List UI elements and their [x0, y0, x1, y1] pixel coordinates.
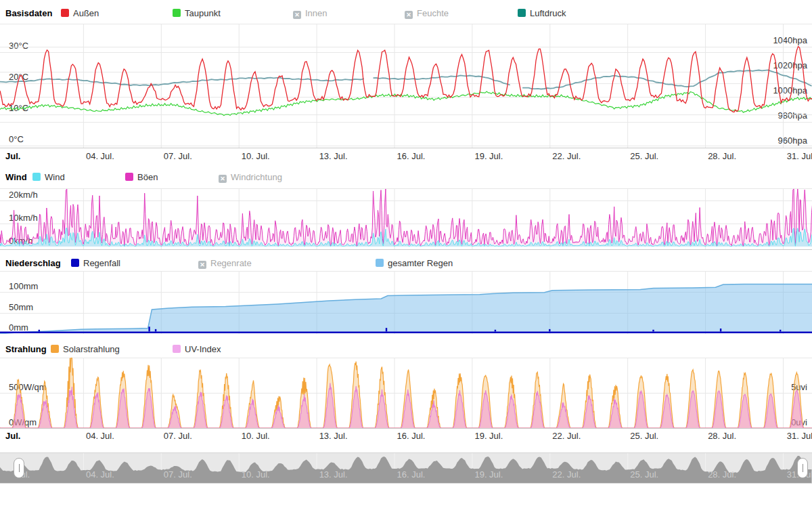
- panel-title-niederschlag: Niederschlag: [5, 258, 61, 268]
- legend-item-regenfall[interactable]: Regenfall: [71, 258, 120, 269]
- legend-label: Innen: [305, 8, 328, 18]
- x-label-25-jul-: 25. Jul.: [617, 431, 671, 441]
- series-regenfall-bar: [148, 326, 150, 331]
- series-swatch-icon: [173, 9, 181, 17]
- navigator-label-25-jul-: 25. Jul.: [617, 469, 671, 480]
- series-regenfall-baseline: [0, 332, 812, 334]
- legend-item-uv-index[interactable]: UV-Index: [173, 344, 221, 355]
- x-label-31-jul: 31. Jul: [773, 151, 812, 161]
- legend-label: Taupunkt: [185, 8, 221, 18]
- series-swatch-icon: [71, 259, 79, 267]
- x-label-25-jul-: 25. Jul.: [617, 151, 671, 161]
- legend-item-gesamter-regen[interactable]: gesamter Regen: [376, 258, 453, 269]
- legend-label: gesamter Regen: [388, 258, 453, 268]
- series-regenfall-bar: [652, 330, 654, 332]
- series-swatch-icon: [61, 9, 69, 17]
- navigator[interactable]: Jul.04. Jul.07. Jul.10. Jul.13. Jul.16. …: [0, 452, 812, 484]
- series-gesamter-regen-fill: [0, 284, 812, 333]
- legend-item-luftdruck[interactable]: Luftdruck: [518, 8, 566, 19]
- panel-header-niederschlag: Niederschlag Regenfall✕Regenrategesamter…: [0, 257, 812, 270]
- legend-label: Regenrate: [210, 258, 252, 268]
- panel-header-basisdaten: Basisdaten AußenTaupunkt✕Innen✕FeuchteLu…: [0, 7, 812, 20]
- x-label-month: Jul.: [5, 151, 20, 161]
- chart-niederschlag[interactable]: 100mm50mm0mm: [0, 271, 812, 334]
- legend-label: Außen: [73, 8, 99, 18]
- legend-item-b-en[interactable]: Böen: [125, 172, 158, 183]
- navigator-label-16-jul-: 16. Jul.: [384, 469, 438, 480]
- navigator-label-22-jul-: 22. Jul.: [539, 469, 593, 480]
- legend-label: Regenfall: [83, 258, 120, 268]
- weather-dashboard: Basisdaten AußenTaupunkt✕Innen✕FeuchteLu…: [0, 0, 812, 508]
- series-swatch-icon: [173, 345, 181, 353]
- x-label-month: Jul.: [5, 431, 20, 441]
- x-label-16-jul-: 16. Jul.: [384, 151, 438, 161]
- chart-strahlung[interactable]: 500W/qm0W/qm5uvi0uvi: [0, 358, 812, 429]
- legend-label: UV-Index: [185, 344, 221, 354]
- legend-label: Wind: [45, 172, 65, 182]
- series-swatch-icon: [32, 173, 41, 181]
- legend-item-innen[interactable]: ✕Innen: [293, 8, 328, 19]
- legend-item-windrichtung[interactable]: ✕Windrichtung: [219, 172, 282, 183]
- legend-item-solarstrahlung[interactable]: Solarstrahlung: [51, 344, 120, 355]
- x-label-04-jul-: 04. Jul.: [73, 151, 127, 161]
- series-regenfall-bar: [549, 329, 550, 332]
- x-label-04-jul-: 04. Jul.: [73, 431, 127, 441]
- legend-item-regenrate[interactable]: ✕Regenrate: [198, 258, 252, 269]
- x-label-16-jul-: 16. Jul.: [384, 431, 438, 441]
- x-label-28-jul-: 28. Jul.: [695, 431, 749, 441]
- chart-basisdaten[interactable]: 30°C20°C10°C0°C1040hpa1020hpa1000hpa980h…: [0, 24, 812, 148]
- legend-item-taupunkt[interactable]: Taupunkt: [173, 8, 221, 19]
- legend-label: Böen: [137, 172, 158, 182]
- x-label-13-jul-: 13. Jul.: [307, 151, 361, 161]
- disabled-series-icon: ✕: [293, 11, 301, 19]
- navigator-label-19-jul-: 19. Jul.: [461, 469, 516, 480]
- panel-title-basisdaten: Basisdaten: [5, 8, 52, 18]
- legend-item-wind[interactable]: Wind: [32, 172, 65, 183]
- chart-wind[interactable]: 20km/h10km/h0km/h: [0, 188, 812, 250]
- panel-header-strahlung: Strahlung SolarstrahlungUV-Index: [0, 343, 812, 356]
- x-label-13-jul-: 13. Jul.: [307, 431, 361, 441]
- x-label-31-jul: 31. Jul: [773, 431, 812, 441]
- series-swatch-icon: [51, 345, 59, 353]
- wind-plot[interactable]: [0, 188, 812, 249]
- legend-label: Feuchte: [417, 8, 449, 18]
- legend-item-au-en[interactable]: Außen: [61, 8, 99, 19]
- series-swatch-icon: [518, 9, 526, 17]
- series-regenfall-bar: [155, 329, 156, 332]
- basisdaten-plot[interactable]: [0, 24, 812, 148]
- x-label-22-jul-: 22. Jul.: [539, 431, 593, 441]
- x-label-10-jul-: 10. Jul.: [229, 151, 283, 161]
- disabled-series-icon: ✕: [198, 261, 206, 269]
- niederschlag-plot[interactable]: [0, 271, 812, 334]
- x-label-19-jul-: 19. Jul.: [461, 431, 516, 441]
- navigator-label-13-jul-: 13. Jul.: [307, 469, 361, 480]
- series-swatch-icon: [125, 173, 133, 181]
- navigator-handle-left[interactable]: [14, 458, 24, 478]
- disabled-series-icon: ✕: [405, 11, 413, 19]
- series-taupunkt: [0, 91, 812, 115]
- x-label-19-jul-: 19. Jul.: [461, 151, 516, 161]
- x-label-28-jul-: 28. Jul.: [695, 151, 749, 161]
- legend-label: Luftdruck: [530, 8, 566, 18]
- disabled-series-icon: ✕: [219, 175, 227, 183]
- series-regenfall-bar: [39, 330, 40, 332]
- x-label-07-jul-: 07. Jul.: [151, 151, 205, 161]
- navigator-label-10-jul-: 10. Jul.: [229, 469, 283, 480]
- panel-header-wind: Wind WindBöen✕Windrichtung: [0, 171, 812, 184]
- x-label-10-jul-: 10. Jul.: [229, 431, 283, 441]
- navigator-label-28-jul-: 28. Jul.: [695, 469, 749, 480]
- series-regenfall-bar: [386, 328, 387, 331]
- navigator-handle-right[interactable]: [797, 458, 808, 478]
- strahlung-plot[interactable]: [0, 358, 812, 428]
- panel-title-strahlung: Strahlung: [5, 344, 47, 354]
- x-label-22-jul-: 22. Jul.: [539, 151, 593, 161]
- legend-label: Windrichtung: [231, 172, 282, 182]
- series-regenfall-bar: [495, 330, 496, 332]
- navigator-label-04-jul-: 04. Jul.: [73, 469, 127, 480]
- x-axis-labels-basisdaten: Jul.04. Jul.07. Jul.10. Jul.13. Jul.16. …: [0, 151, 812, 165]
- legend-item-feuchte[interactable]: ✕Feuchte: [405, 8, 449, 19]
- legend-label: Solarstrahlung: [63, 344, 120, 354]
- panel-title-wind: Wind: [5, 172, 27, 182]
- x-axis-labels-strahlung: Jul.04. Jul.07. Jul.10. Jul.13. Jul.16. …: [0, 431, 812, 444]
- series-swatch-icon: [376, 259, 384, 267]
